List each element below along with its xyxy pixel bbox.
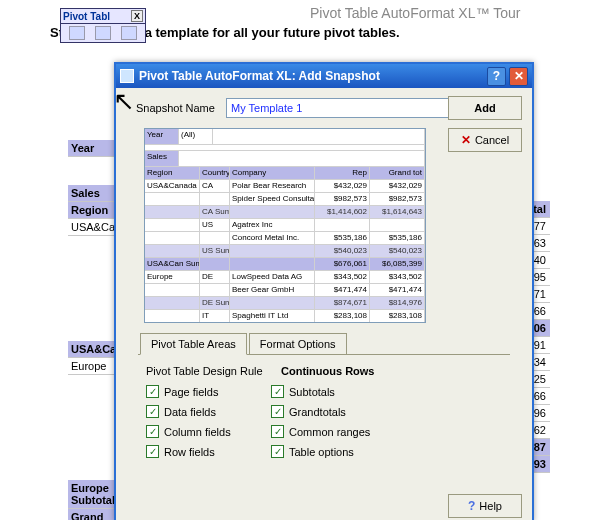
rule-value: Continuous Rows	[281, 365, 375, 377]
badge-close-icon[interactable]: X	[131, 10, 143, 22]
checkbox-icon	[271, 445, 284, 458]
cell-sales: Sales	[68, 185, 120, 202]
cell-europe: Europe	[68, 358, 120, 375]
titlebar[interactable]: Pivot Table AutoFormat XL: Add Snapshot …	[116, 64, 532, 88]
badge-icon	[121, 26, 137, 40]
cell-europesub: Europe Subtotal	[68, 480, 120, 509]
help-icon: ?	[468, 499, 475, 513]
cancel-button[interactable]: ✕Cancel	[448, 128, 522, 152]
tab-pivot-areas[interactable]: Pivot Table Areas	[140, 333, 247, 355]
rule-label: Pivot Table Design Rule	[146, 365, 281, 377]
tabs: Pivot Table Areas Format Options	[140, 333, 522, 355]
checkbox-icon	[146, 385, 159, 398]
chk-row-fields[interactable]: Row fields	[146, 445, 271, 458]
cell-uscan: USA&Canada	[68, 219, 120, 236]
help-button[interactable]: ?Help	[448, 494, 522, 518]
template-preview: Year(All) Sales RegionCountryCompanyRepG…	[144, 128, 426, 323]
tabpane-areas: Pivot Table Design Rule Continuous Rows …	[138, 354, 510, 468]
checkbox-icon	[271, 425, 284, 438]
titlebar-help-button[interactable]: ?	[487, 67, 506, 86]
cell-uscan2: USA&Cana	[68, 341, 120, 358]
chk-data-fields[interactable]: Data fields	[146, 405, 271, 418]
checkbox-icon	[271, 405, 284, 418]
badge-icon	[69, 26, 85, 40]
checkbox-icon	[146, 425, 159, 438]
dialog-title: Pivot Table AutoFormat XL: Add Snapshot	[139, 69, 484, 83]
chk-grandtotals[interactable]: Grandtotals	[271, 405, 396, 418]
titlebar-close-button[interactable]: ✕	[509, 67, 528, 86]
cell-region: Region	[68, 202, 120, 219]
badge-icon	[95, 26, 111, 40]
chk-subtotals[interactable]: Subtotals	[271, 385, 396, 398]
toolbar-badge: Pivot Tabl X	[60, 8, 146, 43]
add-snapshot-dialog: Pivot Table AutoFormat XL: Add Snapshot …	[114, 62, 534, 520]
chk-column-fields[interactable]: Column fields	[146, 425, 271, 438]
chk-page-fields[interactable]: Page fields	[146, 385, 271, 398]
tab-format-options[interactable]: Format Options	[249, 333, 347, 355]
cancel-x-icon: ✕	[461, 133, 471, 147]
badge-title: Pivot Tabl	[63, 11, 110, 22]
cell-year: Year	[68, 140, 120, 157]
cell-grand: Grand Total	[68, 509, 120, 520]
snapshot-name-label: Snapshot Name	[136, 102, 226, 114]
chk-common-ranges[interactable]: Common ranges	[271, 425, 396, 438]
app-icon	[120, 69, 134, 83]
chk-table-options[interactable]: Table options	[271, 445, 396, 458]
add-button[interactable]: Add	[448, 96, 522, 120]
checkbox-icon	[146, 445, 159, 458]
checkbox-icon	[146, 405, 159, 418]
checkbox-icon	[271, 385, 284, 398]
